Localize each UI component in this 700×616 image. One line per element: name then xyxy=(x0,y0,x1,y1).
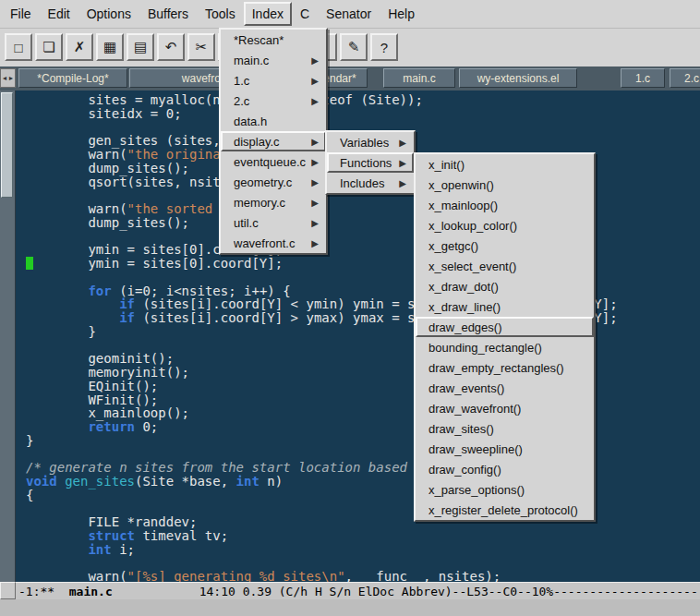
functions-submenu-item-x-getgc[interactable]: x_getgc() xyxy=(416,236,594,256)
index-menu-item-util-c[interactable]: util.c▶ xyxy=(221,212,326,233)
code-line[interactable]: EQinit(); xyxy=(26,380,700,393)
code-line[interactable] xyxy=(26,271,700,284)
replace-button[interactable]: ✎ xyxy=(340,33,368,61)
code-line[interactable] xyxy=(26,448,700,462)
code-line[interactable] xyxy=(26,339,700,353)
functions-submenu-item-draw-edges[interactable]: draw_edges() xyxy=(416,317,594,337)
buffer-tab-compile-log[interactable]: *Compile-Log* xyxy=(18,68,127,88)
code-segment xyxy=(26,419,88,434)
print-buffer-button[interactable]: ▤ xyxy=(127,33,154,61)
code-line[interactable]: } xyxy=(26,325,700,339)
functions-submenu-item-draw-empty-rectangles[interactable]: draw_empty_rectangles() xyxy=(416,357,594,378)
code-line[interactable]: warn("the sorted sites:\n"); xyxy=(26,202,700,216)
code-segment: geominit(); xyxy=(26,351,174,366)
echo-area[interactable] xyxy=(0,599,700,616)
menubar-item-senator[interactable]: Senator xyxy=(318,2,380,26)
code-segment xyxy=(26,296,119,311)
open-file-button[interactable]: ❏ xyxy=(35,33,63,61)
help-button[interactable]: ? xyxy=(370,33,398,61)
buffer-tab-bar: ◄► *Compile-Log*wavefront.c*calendar*mai… xyxy=(0,66,700,91)
menu-item-label: wavefront.c xyxy=(234,236,306,250)
menu-item-label: Variables xyxy=(340,136,393,150)
code-line[interactable] xyxy=(26,557,700,571)
index-menu-item-data-h[interactable]: data.h xyxy=(221,111,326,131)
code-line[interactable]: x_mainloop(); xyxy=(26,406,700,420)
code-line[interactable]: WFinit(); xyxy=(26,393,700,407)
menubar-item-options[interactable]: Options xyxy=(78,2,139,26)
tab-scroll-arrows[interactable]: ◄► xyxy=(0,68,16,88)
menubar-item-tools[interactable]: Tools xyxy=(197,2,244,26)
functions-submenu-item-x-parse-options[interactable]: x_parse_options() xyxy=(416,479,594,500)
code-line[interactable]: { xyxy=(26,489,700,502)
code-line[interactable] xyxy=(26,502,700,516)
index-menu-item-1-c[interactable]: 1.c▶ xyxy=(221,70,326,91)
menubar-item-index[interactable]: Index xyxy=(244,2,292,26)
code-line[interactable]: return 0; xyxy=(26,420,700,434)
code-line[interactable]: geominit(); xyxy=(26,352,700,366)
buffer-tab-1-c[interactable]: 1.c xyxy=(621,68,665,88)
functions-submenu-item-draw-events[interactable]: draw_events() xyxy=(416,378,594,398)
save-file-button[interactable]: ▦ xyxy=(96,33,124,61)
buffer-tab-main-c[interactable]: main.c xyxy=(383,68,455,88)
code-line[interactable]: ymin = sites[0].coord[Y]; xyxy=(26,243,700,257)
index-menu-item-wavefront-c[interactable]: wavefront.c▶ xyxy=(221,233,326,253)
code-line[interactable]: memoryinit(); xyxy=(26,366,700,380)
display-submenu-item-variables[interactable]: Variables▶ xyxy=(327,132,414,152)
menubar-item-help[interactable]: Help xyxy=(380,2,423,26)
menubar-item-edit[interactable]: Edit xyxy=(40,2,78,26)
index-menu-item-rescan[interactable]: *Rescan* xyxy=(221,30,326,50)
code-line[interactable]: dump_sites(); xyxy=(26,216,700,230)
menubar-item-file[interactable]: File xyxy=(2,2,40,26)
index-menu-item-eventqueue-c[interactable]: eventqueue.c▶ xyxy=(221,151,326,172)
index-menu-item-geometry-c[interactable]: geometry.c▶ xyxy=(221,172,326,192)
display-submenu-item-includes[interactable]: Includes▶ xyxy=(327,173,414,193)
functions-submenu-item-draw-sweepline[interactable]: draw_sweepline() xyxy=(416,439,594,459)
menu-item-label: memory.c xyxy=(234,196,306,210)
index-menu-item-main-c[interactable]: main.c▶ xyxy=(221,50,326,70)
cut-button[interactable]: ✂ xyxy=(187,33,215,61)
code-line[interactable] xyxy=(26,230,700,244)
functions-submenu-item-draw-config[interactable]: draw_config() xyxy=(416,459,594,479)
code-segment: (Site *base, xyxy=(135,474,236,489)
functions-submenu-item-x-register-delete-protocol[interactable]: x_register_delete_protocol() xyxy=(416,500,594,520)
display-submenu-item-functions[interactable]: Functions▶ xyxy=(327,152,414,173)
code-line[interactable]: siteidx = 0; xyxy=(26,107,700,121)
functions-submenu-item-x-mainloop[interactable]: x_mainloop() xyxy=(416,195,594,215)
functions-submenu-item-x-init[interactable]: x_init() xyxy=(416,154,594,175)
code-line[interactable]: FILE *randdev; xyxy=(26,515,700,529)
code-line[interactable]: if (sites[i].coord[Y] < ymin) ymin = sit… xyxy=(26,297,700,311)
vertical-scrollbar[interactable] xyxy=(0,91,16,582)
functions-submenu-item-x-openwin[interactable]: x_openwin() xyxy=(416,175,594,195)
code-line[interactable]: void gen_sites(Site *base, int n) xyxy=(26,475,700,489)
index-menu-item-2-c[interactable]: 2.c▶ xyxy=(221,91,326,111)
code-line[interactable]: if (sites[i].coord[Y] > ymax) ymax = sit… xyxy=(26,311,700,325)
code-line[interactable]: int i; xyxy=(26,543,700,557)
functions-submenu-item-bounding-rectangle[interactable]: bounding_rectangle() xyxy=(416,337,594,357)
menubar-item-c[interactable]: C xyxy=(292,2,318,26)
undo-button[interactable]: ↶ xyxy=(157,33,185,61)
buffer-tab-2-c[interactable]: 2.c xyxy=(670,68,700,88)
functions-submenu-item-draw-sites[interactable]: draw_sites() xyxy=(416,418,594,439)
scrollbar-thumb[interactable] xyxy=(1,92,13,198)
close-buffer-button[interactable]: ✗ xyxy=(66,33,93,61)
code-line[interactable]: } xyxy=(26,434,700,448)
index-menu-item-memory-c[interactable]: memory.c▶ xyxy=(221,192,326,212)
functions-submenu-item-x-draw-line[interactable]: x_draw_line() xyxy=(416,296,594,317)
menu-item-label: draw_sites() xyxy=(428,422,586,436)
code-line[interactable]: for (i=0; i<nsites; i++) { xyxy=(26,284,700,298)
code-line[interactable]: sites = myalloc(nsites * sizeof (Site)); xyxy=(26,93,700,107)
code-line[interactable]: /* generate n sites from the start locat… xyxy=(26,461,700,475)
functions-submenu-item-x-lookup-color[interactable]: x_lookup_color() xyxy=(416,215,594,236)
functions-submenu-item-draw-wavefront[interactable]: draw_wavefront() xyxy=(416,398,594,418)
buffer-tab-wy-extensions-el[interactable]: wy-extensions.el xyxy=(459,68,577,88)
menubar-item-buffers[interactable]: Buffers xyxy=(139,2,197,26)
menu-item-label: data.h xyxy=(234,115,319,128)
new-file-button[interactable]: □ xyxy=(5,33,32,61)
functions-submenu-item-x-draw-dot[interactable]: x_draw_dot() xyxy=(416,276,594,296)
functions-submenu-item-x-select-event[interactable]: x_select_event() xyxy=(416,256,594,276)
index-menu-item-display-c[interactable]: display.c▶ xyxy=(221,131,326,151)
submenu-arrow-icon: ▶ xyxy=(399,138,406,148)
code-line[interactable]: struct timeval tv; xyxy=(26,529,700,543)
code-line[interactable]: ymin = sites[0].coord[Y]; xyxy=(26,257,700,271)
code-line[interactable]: warn("[%s] generating %d sites\n", __fun… xyxy=(26,570,700,582)
